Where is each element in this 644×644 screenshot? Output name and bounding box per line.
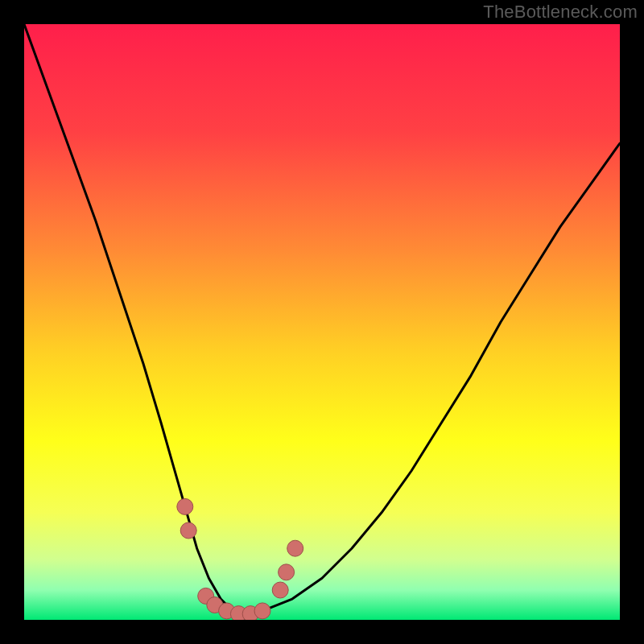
data-marker bbox=[287, 540, 303, 556]
data-marker bbox=[180, 522, 196, 539]
watermark-text: TheBottleneck.com bbox=[483, 2, 638, 23]
bottleneck-curve bbox=[24, 24, 620, 620]
data-marker bbox=[177, 498, 193, 514]
chart-frame: TheBottleneck.com bbox=[0, 0, 644, 644]
data-marker bbox=[272, 582, 288, 598]
plot-area bbox=[24, 24, 620, 620]
data-marker bbox=[279, 564, 295, 580]
data-marker bbox=[254, 603, 270, 619]
